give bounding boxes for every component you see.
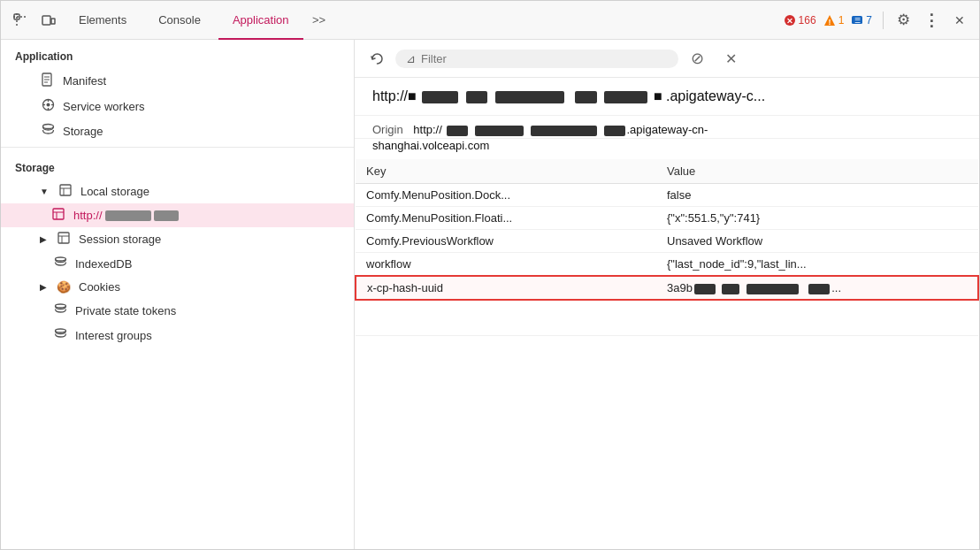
sidebar-item-indexeddb[interactable]: IndexedDB — [1, 251, 354, 276]
sidebar-item-service-workers[interactable]: Service workers — [1, 94, 354, 118]
service-workers-label: Service workers — [63, 100, 144, 113]
local-storage-label: Local storage — [80, 185, 149, 198]
kv-table-wrapper: Key Value Comfy.MenuPosition.Dock... fal… — [355, 159, 979, 336]
indexeddb-icon — [52, 256, 68, 271]
url-display: http://■ ██ █ ████ █ ██ ■ .apigateway-c.… — [355, 78, 979, 116]
table-row[interactable]: workflow {"last_node_id":9,"last_lin... — [356, 253, 978, 277]
storage-section: Storage ▼ Local storage http:// ██ █ ▶ — [1, 147, 354, 348]
key-cell: Comfy.MenuPosition.Floati... — [356, 207, 656, 230]
col-header-value: Value — [656, 159, 978, 184]
table-row[interactable]: Comfy.PreviousWorkflow Unsaved Workflow — [356, 230, 978, 253]
svg-point-31 — [55, 257, 65, 261]
svg-rect-3 — [42, 16, 50, 25]
table-row[interactable]: Comfy.MenuPosition.Floati... {"x":551.5,… — [356, 207, 978, 230]
table-row-highlighted[interactable]: x-cp-hash-uuid 3a9b█ █ ███ █... — [356, 276, 978, 300]
cookies-arrow: ▶ — [40, 282, 47, 292]
sidebar: Application Manifest Service workers Sto… — [1, 40, 355, 550]
interest-groups-label: Interest groups — [75, 329, 152, 342]
filter-input-wrap: ⊿ — [395, 50, 678, 68]
svg-rect-22 — [60, 185, 71, 195]
svg-text:!: ! — [828, 17, 831, 26]
message-badge: ☰ 7 — [851, 14, 872, 27]
key-cell: Comfy.MenuPosition.Dock... — [356, 184, 656, 207]
tab-elements[interactable]: Elements — [65, 1, 141, 40]
value-cell-highlighted: 3a9b█ █ ███ █... — [656, 276, 978, 300]
interest-groups-icon — [52, 327, 68, 343]
sidebar-item-cookies[interactable]: ▶ 🍪 Cookies — [1, 276, 354, 298]
private-state-tokens-icon — [52, 302, 68, 318]
application-section-header: Application — [1, 40, 354, 68]
origin-value-line2: shanghai.volceapi.com — [355, 139, 979, 159]
svg-rect-4 — [51, 19, 55, 24]
col-header-key: Key — [356, 159, 656, 184]
filter-input[interactable] — [421, 52, 668, 65]
warning-badge: ! 1 — [823, 14, 845, 27]
refresh-button[interactable] — [365, 47, 388, 70]
filter-icon: ⊿ — [406, 52, 416, 65]
svg-text:✕: ✕ — [786, 16, 793, 25]
svg-rect-28 — [58, 233, 69, 243]
sidebar-item-local-storage-url[interactable]: http:// ██ █ — [1, 203, 354, 227]
settings-button[interactable]: ⚙ — [891, 8, 915, 33]
sidebar-item-manifest[interactable]: Manifest — [1, 68, 354, 94]
key-cell: workflow — [356, 253, 656, 277]
storage-section-header: Storage — [1, 151, 354, 180]
local-storage-icon — [57, 184, 73, 199]
cookies-icon: 🍪 — [56, 280, 72, 294]
session-storage-icon — [56, 232, 72, 247]
svg-rect-25 — [53, 209, 64, 219]
filter-bar: ⊿ ⊘ ✕ — [355, 40, 979, 78]
svg-text:☰: ☰ — [854, 16, 861, 24]
sidebar-item-local-storage[interactable]: ▼ Local storage — [1, 180, 354, 203]
value-cell: Unsaved Workflow — [656, 230, 978, 253]
more-tabs-button[interactable]: >> — [307, 8, 332, 33]
value-cell: {"x":551.5,"y":741} — [656, 207, 978, 230]
clear-filter-button[interactable]: ✕ — [719, 47, 742, 70]
device-icon[interactable] — [36, 8, 61, 33]
table-row[interactable]: Comfy.MenuPosition.Dock... false — [356, 184, 978, 207]
storage-icon — [40, 123, 56, 139]
session-storage-label: Session storage — [79, 233, 161, 246]
manifest-icon — [40, 73, 56, 89]
origin-label: Origin — [372, 123, 403, 136]
svg-point-16 — [46, 103, 50, 107]
local-storage-url-label: http:// ██ █ — [73, 209, 179, 222]
local-storage-arrow: ▼ — [40, 187, 49, 196]
indexeddb-label: IndexedDB — [75, 257, 132, 271]
inspect-icon[interactable] — [8, 8, 33, 33]
tab-application[interactable]: Application — [218, 1, 303, 40]
session-storage-arrow: ▶ — [40, 234, 47, 244]
svg-point-33 — [55, 329, 65, 332]
storage-label: Storage — [63, 125, 103, 138]
error-badge: ✕ 166 — [784, 14, 816, 27]
more-options-button[interactable]: ⋮ — [919, 8, 944, 33]
origin-value: http:// █ ███ ████ █.apigateway-cn- — [413, 123, 708, 136]
origin-row: Origin http:// █ ███ ████ █.apigateway-c… — [355, 116, 979, 139]
main-layout: Application Manifest Service workers Sto… — [1, 40, 979, 550]
svg-point-21 — [42, 125, 53, 129]
sidebar-item-session-storage[interactable]: ▶ Session storage — [1, 227, 354, 251]
local-storage-url-icon — [50, 208, 66, 223]
close-button[interactable]: ✕ — [947, 8, 972, 33]
service-workers-icon — [40, 98, 56, 114]
cookies-label: Cookies — [79, 280, 120, 294]
value-cell: {"last_node_id":9,"last_lin... — [656, 253, 978, 277]
sidebar-item-interest-groups[interactable]: Interest groups — [1, 323, 354, 348]
svg-point-32 — [55, 304, 65, 308]
table-row-empty — [356, 300, 978, 335]
tab-console[interactable]: Console — [144, 1, 215, 40]
content-panel: ⊿ ⊘ ✕ http://■ ██ █ ████ █ ██ ■ .apigate… — [355, 40, 979, 550]
private-state-tokens-label: Private state tokens — [75, 304, 176, 317]
key-cell-highlighted: x-cp-hash-uuid — [356, 276, 656, 300]
key-cell: Comfy.PreviousWorkflow — [356, 230, 656, 253]
sidebar-item-private-state-tokens[interactable]: Private state tokens — [1, 298, 354, 323]
manifest-label: Manifest — [63, 74, 106, 88]
sidebar-item-storage[interactable]: Storage — [1, 118, 354, 143]
value-cell: false — [656, 184, 978, 207]
blocked-icon-button[interactable]: ⊘ — [685, 47, 708, 70]
kv-table: Key Value Comfy.MenuPosition.Dock... fal… — [355, 159, 979, 336]
devtools-toolbar: Elements Console Application >> ✕ 166 ! … — [1, 1, 979, 40]
